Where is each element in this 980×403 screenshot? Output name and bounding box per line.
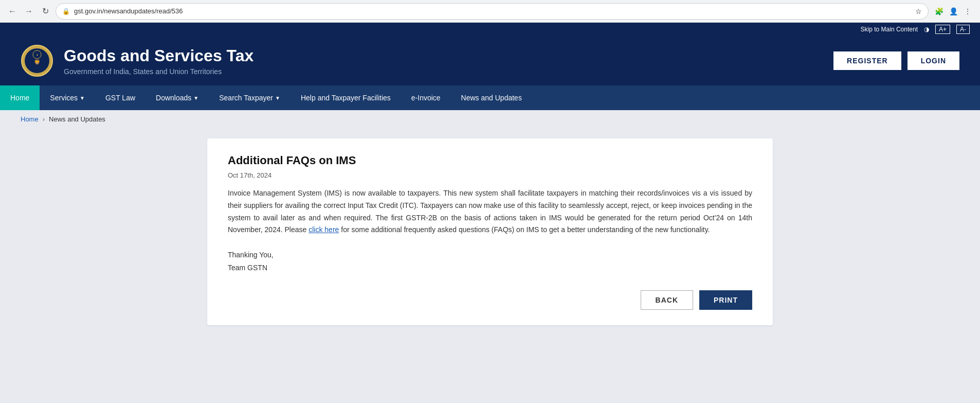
nav-services-label: Services — [50, 94, 78, 102]
font-decrease-btn[interactable]: A- — [956, 25, 970, 34]
browser-chrome: ← → ↻ 🔒 ☆ 🧩 👤 ⋮ — [0, 0, 980, 23]
back-button[interactable]: ← — [6, 5, 19, 17]
services-dropdown-icon: ▼ — [80, 95, 85, 101]
nav-search-taxpayer-label: Search Taxpayer — [219, 94, 273, 102]
register-button[interactable]: REGISTER — [833, 51, 901, 70]
article-date: Oct 17th, 2024 — [228, 171, 752, 179]
article-footer: Thanking You, Team GSTN — [228, 249, 752, 274]
breadcrumb-separator: › — [43, 115, 45, 123]
breadcrumb-current: News and Updates — [49, 115, 105, 123]
browser-actions: 🧩 👤 ⋮ — [933, 5, 974, 17]
nav-news-label: News and Updates — [461, 94, 522, 102]
article-body-part2: for some additional frequently asked que… — [339, 225, 710, 234]
nav-item-services[interactable]: Services ▼ — [40, 85, 95, 110]
article-title: Additional FAQs on IMS — [228, 154, 752, 167]
reload-button[interactable]: ↻ — [39, 5, 51, 17]
url-input[interactable] — [74, 7, 911, 15]
nav-item-news[interactable]: News and Updates — [451, 85, 532, 110]
article-click-here-link[interactable]: click here — [308, 225, 339, 234]
svg-text:✦: ✦ — [36, 54, 39, 57]
breadcrumb: Home › News and Updates — [0, 110, 980, 128]
lock-icon: 🔒 — [62, 8, 70, 15]
nav-einvoice-label: e-Invoice — [411, 94, 441, 102]
menu-icon[interactable]: ⋮ — [961, 5, 974, 17]
main-nav: Home Services ▼ GST Law Downloads ▼ Sear… — [0, 85, 980, 110]
thanks-line2: Team GSTN — [228, 261, 752, 274]
skip-to-main-link[interactable]: Skip to Main Content — [861, 26, 918, 33]
star-icon[interactable]: ☆ — [915, 7, 922, 15]
downloads-dropdown-icon: ▼ — [193, 95, 198, 101]
accessibility-bar: Skip to Main Content ◑ A+ A- — [0, 23, 980, 36]
nav-gst-law-label: GST Law — [105, 94, 135, 102]
article-body: Invoice Management System (IMS) is now a… — [228, 187, 752, 236]
contrast-icon: ◑ — [924, 26, 929, 33]
nav-item-downloads[interactable]: Downloads ▼ — [146, 85, 209, 110]
header-left: 🦁 ✦ Goods and Services Tax Government of… — [21, 44, 253, 77]
content-card: Additional FAQs on IMS Oct 17th, 2024 In… — [207, 138, 773, 325]
site-subtitle: Government of India, States and Union Te… — [64, 67, 253, 76]
site-title: Goods and Services Tax Government of Ind… — [64, 46, 253, 76]
site-name: Goods and Services Tax — [64, 46, 253, 65]
action-buttons: BACK PRINT — [228, 290, 752, 310]
nav-item-home[interactable]: Home — [0, 85, 40, 110]
nav-item-search-taxpayer[interactable]: Search Taxpayer ▼ — [209, 85, 291, 110]
profile-icon[interactable]: 👤 — [947, 5, 959, 17]
breadcrumb-home-link[interactable]: Home — [21, 115, 39, 123]
back-button[interactable]: BACK — [641, 290, 693, 310]
nav-item-gst-law[interactable]: GST Law — [95, 85, 146, 110]
nav-downloads-label: Downloads — [156, 94, 191, 102]
forward-button[interactable]: → — [23, 5, 35, 17]
print-button[interactable]: PRINT — [699, 290, 752, 310]
login-button[interactable]: LOGIN — [908, 51, 959, 70]
svg-text:🦁: 🦁 — [34, 59, 41, 65]
nav-item-einvoice[interactable]: e-Invoice — [401, 85, 451, 110]
search-taxpayer-dropdown-icon: ▼ — [275, 95, 280, 101]
address-bar: 🔒 ☆ — [56, 3, 929, 20]
site-emblem: 🦁 ✦ — [21, 44, 53, 77]
header-buttons: REGISTER LOGIN — [833, 51, 959, 70]
nav-item-help[interactable]: Help and Taxpayer Facilities — [291, 85, 401, 110]
thanks-line1: Thanking You, — [228, 249, 752, 261]
nav-help-label: Help and Taxpayer Facilities — [301, 94, 391, 102]
site-header: 🦁 ✦ Goods and Services Tax Government of… — [0, 36, 980, 85]
main-content: Additional FAQs on IMS Oct 17th, 2024 In… — [0, 128, 980, 346]
nav-home-label: Home — [10, 94, 29, 102]
extensions-icon[interactable]: 🧩 — [933, 5, 945, 17]
font-increase-btn[interactable]: A+ — [935, 25, 950, 34]
